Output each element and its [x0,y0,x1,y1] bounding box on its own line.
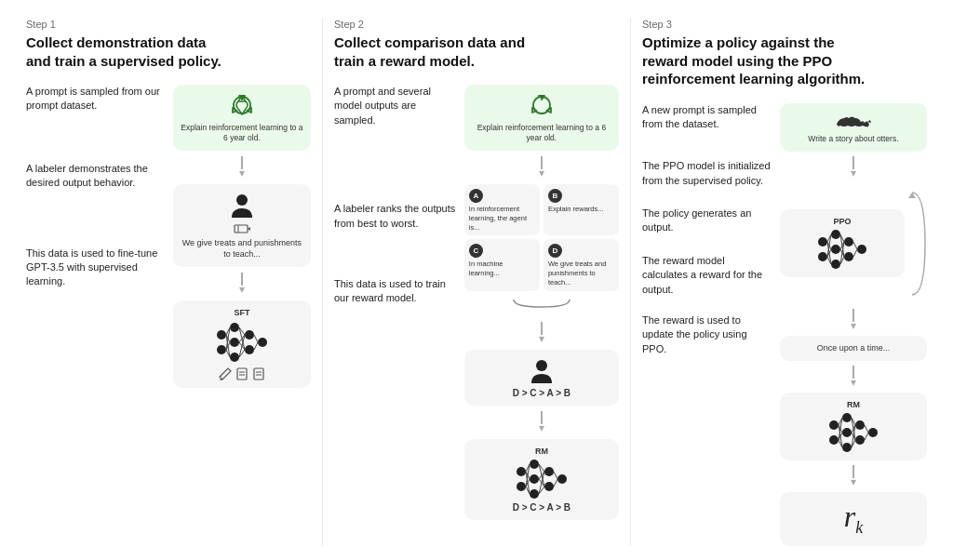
svg-point-80 [829,420,839,430]
step3-text-col: A new prompt is sampled from the dataset… [642,103,772,546]
step1-text-col: A prompt is sampled from our prompt data… [26,85,166,546]
svg-line-77 [853,242,857,249]
svg-rect-27 [237,368,247,380]
svg-point-82 [842,413,852,422]
svg-point-62 [844,237,853,247]
svg-point-6 [230,323,239,332]
svg-rect-1 [235,225,248,233]
step2-diagram: Explain reinforcement learning to a 6 ye… [464,85,619,546]
step1-column: Step 1 Collect demonstration dataand tra… [15,19,323,546]
svg-point-38 [530,489,539,499]
ppo-nn-icon [816,229,867,270]
recycle-icon-2 [529,92,555,118]
svg-point-59 [831,230,840,239]
svg-point-81 [829,435,839,445]
step1-labeler-card: We give treats and punishments to teach.… [173,184,311,267]
step1-text-2: A labeler demonstrates the desired outpu… [26,162,166,191]
rm-nn-icon-2 [827,412,879,453]
svg-point-35 [517,482,526,491]
step1-diagram: Explain reinforcement learning to a 6 ye… [173,85,311,546]
main-container: Step 1 Collect demonstration dataand tra… [0,0,953,560]
arrow7 [851,309,856,331]
output-circle-c: C [469,244,483,258]
output-text-b: Explain rewards... [548,205,604,214]
svg-point-57 [818,237,827,247]
step1-prompt-text: Explain reinforcement learning to a 6 ye… [181,123,303,143]
step3-output-text: Once upon a time... [817,343,891,354]
step2-labeler-card: D > C > A > B [464,350,619,406]
step3-column: Step 3 Optimize a policy against therewa… [631,19,938,546]
arrow4 [539,322,544,344]
step1-text-1: A prompt is sampled from our prompt data… [26,85,166,113]
output-circle-b: B [548,189,562,203]
step2-column: Step 2 Collect comparison data andtrain … [323,19,631,546]
step1-prompt-card: Explain reinforcement learning to a 6 ye… [173,85,311,151]
svg-line-25 [254,342,258,350]
output-circle-d: D [548,244,562,258]
recycle-icon [229,92,255,118]
step3-prompt-card: Write a story about otters. [780,103,927,152]
svg-line-100 [865,425,868,433]
step3-text-4: The reward model calculates a reward for… [642,254,772,297]
step2-rm-ranking: D > C > A > B [513,502,570,513]
curved-feedback-arrow [906,183,927,304]
output-card-b: B Explain rewards... [544,184,619,235]
svg-point-84 [842,443,852,452]
step2-rm-card: RM [464,439,619,520]
svg-point-60 [831,245,840,254]
svg-line-55 [554,479,557,487]
step1-body: A prompt is sampled from our prompt data… [26,85,311,546]
svg-point-61 [831,260,840,269]
svg-line-54 [554,472,557,479]
step3-title: Optimize a policy against thereward mode… [642,33,927,88]
svg-point-0 [236,194,248,206]
svg-point-11 [258,338,267,347]
output-card-a: A In reinforcement learning, the agent i… [464,184,540,235]
svg-point-36 [530,460,539,469]
doc-icon-2 [252,367,265,380]
svg-point-4 [217,330,226,340]
svg-point-64 [857,245,866,254]
svg-point-10 [245,345,254,354]
ppo-label: PPO [833,217,851,226]
step2-prompt-text: Explain reinforcement learning to a 6 ye… [472,123,611,143]
step2-label: Step 2 [334,19,619,30]
step2-ranking: D > C > A > B [513,388,570,398]
svg-point-9 [245,330,254,340]
output-card-d: D We give treats and punishments to teac… [544,239,619,290]
arrow5 [539,411,544,433]
step2-text-2: A labeler ranks the outputs from best to… [334,202,457,231]
step2-text-1: A prompt and several model outputs are s… [334,85,457,127]
svg-point-83 [842,428,852,437]
dinosaur-icon [835,111,872,129]
step2-title: Collect comparison data andtrain a rewar… [334,33,619,70]
step1-sft-card: SFT [173,300,311,388]
pencil-icon-1 [234,222,250,235]
svg-point-5 [217,345,226,354]
arrow8 [851,366,856,388]
svg-point-86 [855,435,865,445]
step3-rm-card: RM [780,393,927,460]
svg-point-63 [844,252,853,261]
ppo-row: PPO [780,183,927,304]
step3-body: A new prompt is sampled from the dataset… [642,103,927,546]
step2-outputs-grid: A In reinforcement learning, the agent i… [464,184,619,291]
svg-line-78 [853,249,857,257]
pencil-icon-2 [219,367,232,380]
arrow3 [539,156,544,179]
step3-text-1: A new prompt is sampled from the dataset… [642,103,772,132]
step2-text-col: A prompt and several model outputs are s… [334,85,457,546]
step1-label: Step 1 [26,19,311,30]
step3-label: Step 3 [642,19,927,30]
output-circle-a: A [469,189,483,203]
rm-nn-icon [514,459,570,500]
step1-title: Collect demonstration dataand train a su… [26,33,311,70]
step3-text-2: The PPO model is initialized from the su… [642,159,772,188]
output-text-a: In reinforcement learning, the agent is.… [469,205,535,232]
step3-text-5: The reward is used to update the policy … [642,313,772,356]
svg-point-56 [863,119,866,122]
svg-point-7 [230,338,239,347]
rm-label-2: RM [535,447,548,456]
output-text-c: In machine learning... [469,260,535,278]
step3-output-card: Once upon a time... [780,336,927,362]
